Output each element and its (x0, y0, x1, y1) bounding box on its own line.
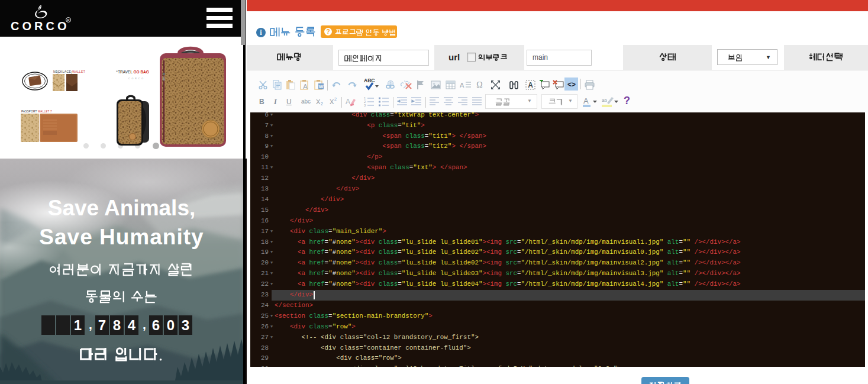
svg-text:<>: <> (567, 80, 576, 89)
svg-text:ABC: ABC (364, 78, 375, 83)
svg-text:A: A (460, 82, 464, 89)
svg-text:A: A (528, 81, 533, 89)
svg-text:A: A (583, 96, 589, 105)
svg-text:W: W (319, 84, 324, 89)
svg-text:Ω: Ω (476, 80, 482, 89)
svg-text:A: A (303, 83, 308, 90)
svg-text:A: A (346, 98, 350, 106)
svg-text:3: 3 (364, 104, 366, 107)
svg-text:ab: ab (602, 98, 607, 103)
